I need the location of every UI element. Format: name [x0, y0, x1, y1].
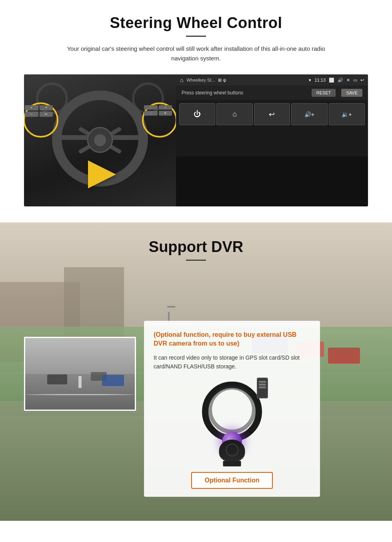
swc-btn-vol-up[interactable]: 🔊+: [291, 103, 327, 125]
volume-icon: 🔊: [338, 78, 343, 83]
steering-wheel-section: Steering Wheel Control Your original car…: [0, 0, 392, 222]
dvr-main-area: (Optional function, require to buy exter…: [24, 273, 368, 497]
dvr-right-column: (Optional function, require to buy exter…: [144, 321, 368, 497]
swc-composite-image: + ≡ − ↩ ↑ ○ ↓ ✕ ⌂ Wheelkey St...: [24, 74, 368, 206]
dvr-preview-thumbnail: [24, 337, 136, 411]
dvr-optional-text: (Optional function, require to buy exter…: [154, 330, 310, 348]
dvr-desc-text: It can record video only to storage in G…: [154, 353, 310, 371]
swc-subtitle: Your original car's steering wheel contr…: [56, 44, 336, 63]
dvr-camera-illustration: [154, 378, 310, 466]
optional-function-button[interactable]: Optional Function: [191, 472, 273, 489]
usb-icon: ⊞ ψ: [218, 78, 226, 83]
dvr-title-divider: [186, 260, 206, 261]
dvr-content: Support DVR: [0, 222, 392, 521]
prompt-text: Press steering wheel buttons: [182, 90, 243, 96]
dvr-section: Support DVR: [0, 222, 392, 521]
swc-title-divider: [186, 36, 206, 37]
swc-title: Steering Wheel Control: [24, 14, 368, 32]
swc-photo: + ≡ − ↩ ↑ ○ ↓ ✕: [24, 74, 176, 206]
swc-function-buttons: ⏻ ⌂ ↩ 🔊+ 🔉+: [176, 100, 368, 156]
dvr-info-card: (Optional function, require to buy exter…: [144, 321, 320, 497]
swc-btn-back[interactable]: ↩: [254, 103, 290, 125]
swc-screen-panel: ⌂ Wheelkey St... ⊞ ψ ▾ 11:13 ⬜ 🔊 ✕ ▭ ↩ P…: [176, 74, 368, 206]
swc-btn-home[interactable]: ⌂: [216, 103, 252, 125]
reset-button[interactable]: RESET: [312, 89, 336, 97]
swc-btn-vol-down[interactable]: 🔉+: [329, 103, 365, 125]
camera-icon: ⬜: [329, 78, 334, 83]
screen-icon: ▭: [353, 78, 357, 83]
app-title: Wheelkey St...: [186, 78, 215, 82]
wifi-icon: ▾: [309, 78, 311, 83]
save-button[interactable]: SAVE: [341, 89, 362, 97]
dvr-left-column: [24, 337, 136, 411]
home-icon: ⌂: [180, 77, 183, 83]
dvr-title: Support DVR: [24, 238, 368, 256]
swc-screen-topbar: ⌂ Wheelkey St... ⊞ ψ ▾ 11:13 ⬜ 🔊 ✕ ▭ ↩: [176, 74, 368, 86]
time-display: 11:13: [314, 78, 326, 82]
swc-btn-power[interactable]: ⏻: [179, 103, 215, 125]
back-icon: ↩: [360, 78, 364, 83]
swc-prompt-row: Press steering wheel buttons RESET SAVE: [176, 86, 368, 100]
close-icon: ✕: [346, 78, 350, 83]
